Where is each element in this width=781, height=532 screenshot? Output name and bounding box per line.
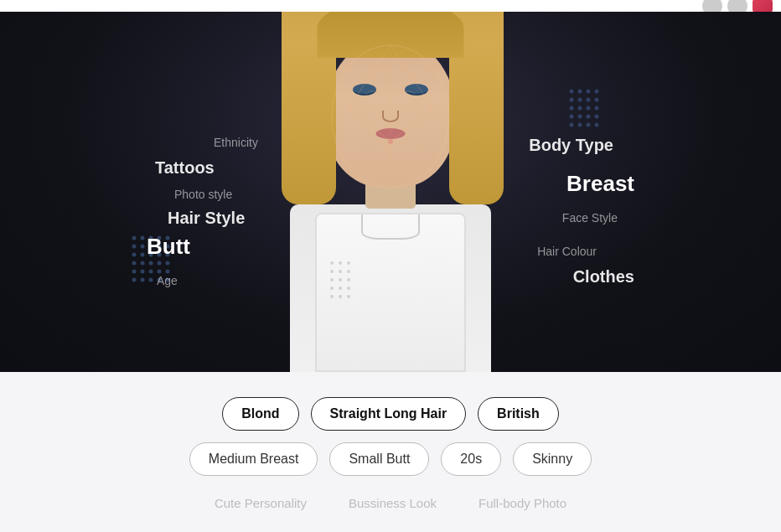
svg-point-30 [570, 90, 574, 94]
svg-point-41 [595, 106, 599, 111]
svg-point-26 [141, 278, 145, 282]
svg-point-46 [570, 123, 574, 127]
svg-point-51 [339, 261, 342, 265]
label-breast[interactable]: Breast [566, 171, 634, 197]
svg-point-1 [141, 236, 145, 240]
svg-point-47 [578, 123, 582, 127]
svg-point-5 [132, 245, 137, 249]
svg-point-10 [132, 253, 137, 257]
svg-point-19 [166, 261, 170, 266]
pill-skinny[interactable]: Skinny [513, 442, 592, 476]
svg-point-62 [330, 295, 334, 298]
svg-point-55 [347, 270, 350, 273]
dot-grid-right [567, 87, 618, 141]
pills-row-1: Blond Straight Long Hair British [222, 397, 559, 431]
pill-small-butt[interactable]: Small Butt [329, 442, 429, 476]
label-ethnicity[interactable]: Ethnicity [214, 136, 258, 149]
svg-point-25 [132, 278, 137, 282]
label-photo-style[interactable]: Photo style [174, 188, 232, 201]
svg-point-35 [578, 98, 582, 102]
label-age[interactable]: Age [157, 274, 178, 287]
pill-ghost-full-body-photo[interactable]: Full-body Photo [463, 488, 582, 519]
svg-point-40 [587, 106, 591, 111]
pill-british[interactable]: British [478, 397, 559, 431]
svg-point-42 [570, 115, 574, 119]
svg-point-53 [330, 270, 334, 273]
label-butt[interactable]: Butt [147, 234, 190, 260]
pills-row-3: Cute Personality Bussiness Look Full-bod… [199, 488, 582, 519]
pills-section: Blond Straight Long Hair British Medium … [0, 372, 781, 532]
svg-point-22 [149, 270, 153, 274]
header-bar [0, 0, 781, 12]
pill-medium-breast[interactable]: Medium Breast [189, 442, 318, 476]
svg-point-59 [330, 287, 334, 290]
svg-point-48 [587, 123, 591, 127]
svg-point-49 [595, 123, 599, 127]
svg-point-11 [141, 253, 145, 257]
svg-point-18 [158, 261, 162, 266]
svg-point-60 [339, 287, 342, 290]
svg-point-37 [595, 98, 599, 102]
svg-point-15 [132, 261, 137, 266]
label-tattoos[interactable]: Tattoos [155, 158, 215, 178]
svg-point-63 [339, 295, 342, 298]
svg-point-38 [570, 106, 574, 111]
svg-point-34 [570, 98, 574, 102]
svg-point-56 [330, 278, 334, 281]
svg-point-52 [347, 261, 350, 265]
svg-point-57 [339, 278, 342, 281]
svg-point-58 [347, 278, 350, 281]
svg-point-36 [587, 98, 591, 102]
label-clothes[interactable]: Clothes [573, 267, 634, 287]
scene-area: Ethnicity Tattoos Photo style Hair Style… [0, 12, 781, 372]
label-hair-colour[interactable]: Hair Colour [537, 245, 597, 258]
pill-blond[interactable]: Blond [222, 397, 298, 431]
pill-ghost-business-look[interactable]: Bussiness Look [334, 488, 452, 519]
svg-point-27 [149, 278, 153, 282]
svg-point-20 [132, 270, 137, 274]
pill-20s[interactable]: 20s [441, 442, 501, 476]
svg-point-50 [330, 261, 334, 265]
svg-point-54 [339, 270, 342, 273]
svg-point-45 [595, 115, 599, 119]
svg-point-39 [578, 106, 582, 111]
svg-point-0 [132, 236, 137, 240]
label-body-type[interactable]: Body Type [529, 136, 613, 155]
svg-point-64 [347, 295, 350, 298]
svg-point-24 [166, 270, 170, 274]
svg-point-6 [141, 245, 145, 249]
pills-row-2: Medium Breast Small Butt 20s Skinny [189, 442, 592, 476]
svg-point-17 [149, 261, 153, 266]
svg-point-32 [587, 90, 591, 94]
svg-point-33 [595, 90, 599, 94]
svg-point-21 [141, 270, 145, 274]
svg-point-23 [158, 270, 162, 274]
svg-point-16 [141, 261, 145, 266]
svg-point-61 [347, 287, 350, 290]
svg-point-44 [587, 115, 591, 119]
svg-point-31 [578, 90, 582, 94]
svg-point-43 [578, 115, 582, 119]
label-face-style[interactable]: Face Style [562, 211, 618, 225]
pill-ghost-cute-personality[interactable]: Cute Personality [199, 488, 322, 519]
label-hair-style[interactable]: Hair Style [168, 209, 245, 228]
pill-straight-long-hair[interactable]: Straight Long Hair [311, 397, 467, 431]
character-area [261, 12, 520, 372]
